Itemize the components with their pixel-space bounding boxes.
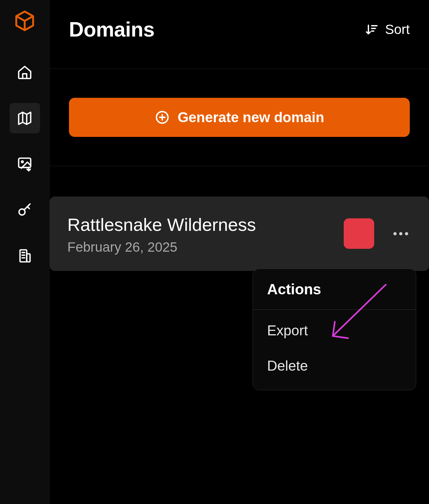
- domain-name: Rattlesnake Wilderness: [67, 213, 334, 237]
- page-title: Domains: [69, 18, 155, 41]
- actions-menu-title: Actions: [253, 269, 416, 310]
- sort-button[interactable]: Sort: [365, 22, 410, 37]
- building-icon: [17, 248, 33, 264]
- domain-card-right: [344, 218, 411, 249]
- sort-icon: [365, 23, 378, 36]
- domain-date: February 26, 2025: [67, 239, 334, 255]
- domain-status-indicator: [344, 218, 374, 249]
- generate-section: Generate new domain: [50, 69, 429, 166]
- actions-menu-item-delete[interactable]: Delete: [253, 348, 416, 383]
- sidebar-item-images[interactable]: [10, 149, 40, 179]
- map-icon: [17, 110, 33, 126]
- home-icon: [17, 64, 33, 80]
- domain-more-button[interactable]: [390, 229, 411, 239]
- main-content: Domains Sort Generate new domain Rattles…: [50, 0, 429, 504]
- sidebar-item-home[interactable]: [10, 57, 40, 88]
- sidebar-item-keys[interactable]: [10, 195, 40, 225]
- cube-logo-icon: [13, 10, 36, 32]
- actions-menu-item-export[interactable]: Export: [253, 313, 416, 348]
- domain-card[interactable]: Rattlesnake Wilderness February 26, 2025: [50, 197, 429, 271]
- sort-label: Sort: [385, 22, 410, 37]
- svg-point-1: [21, 161, 23, 163]
- image-download-icon: [17, 156, 33, 172]
- domain-card-text: Rattlesnake Wilderness February 26, 2025: [67, 213, 334, 255]
- page-header: Domains Sort: [50, 0, 429, 69]
- domains-list: Rattlesnake Wilderness February 26, 2025…: [50, 166, 429, 271]
- sidebar-item-domains[interactable]: [10, 103, 40, 133]
- generate-label: Generate new domain: [178, 109, 324, 125]
- sidebar-item-organization[interactable]: [10, 240, 40, 271]
- key-icon: [17, 202, 33, 218]
- generate-new-domain-button[interactable]: Generate new domain: [69, 98, 410, 137]
- sidebar: [0, 0, 50, 504]
- actions-menu: Actions Export Delete: [253, 269, 416, 390]
- plus-circle-icon: [155, 110, 170, 125]
- svg-rect-4: [27, 254, 30, 262]
- app-logo: [13, 10, 36, 32]
